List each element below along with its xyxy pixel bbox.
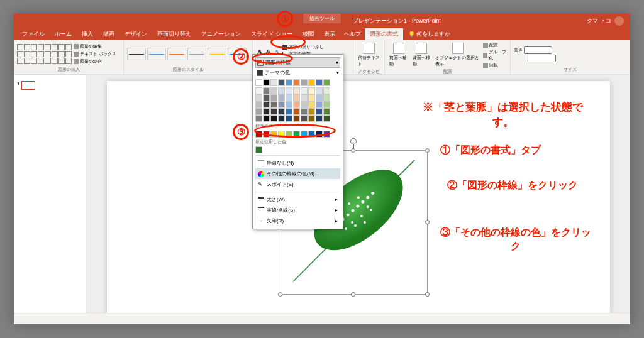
bring-forward-button[interactable]: 前面へ移動 xyxy=(388,41,409,68)
eyedropper-item[interactable]: ✎スポイト(E) xyxy=(255,179,340,190)
tab-insert[interactable]: 挿入 xyxy=(77,28,98,40)
color-swatch[interactable] xyxy=(278,79,285,86)
color-swatch[interactable] xyxy=(263,108,270,115)
merge-shapes-button[interactable]: 図形の結合 xyxy=(74,58,116,65)
tab-help[interactable]: ヘルプ xyxy=(340,28,365,40)
alt-text-button[interactable]: 代替テキスト xyxy=(357,41,381,68)
color-swatch[interactable] xyxy=(286,79,292,86)
selection-pane-button[interactable]: オブジェクトの選択と表示 xyxy=(434,41,481,68)
color-swatch[interactable] xyxy=(263,79,270,86)
dashes-item[interactable]: 実線/点線(S)▸ xyxy=(255,205,340,215)
color-swatch[interactable] xyxy=(293,79,300,86)
color-swatch[interactable] xyxy=(323,79,330,86)
color-swatch[interactable] xyxy=(270,94,277,101)
color-swatch[interactable] xyxy=(278,108,285,115)
color-swatch[interactable] xyxy=(308,87,315,94)
recent-colors-grid xyxy=(255,146,340,153)
tell-me-search[interactable]: 💡何をしますか xyxy=(403,28,455,40)
color-swatch[interactable] xyxy=(278,115,285,122)
color-swatch[interactable] xyxy=(286,87,292,94)
color-swatch[interactable] xyxy=(263,87,270,94)
color-swatch[interactable] xyxy=(316,79,323,86)
color-swatch[interactable] xyxy=(255,79,262,86)
color-swatch[interactable] xyxy=(286,101,292,108)
color-swatch[interactable] xyxy=(255,108,262,115)
color-swatch[interactable] xyxy=(323,108,330,115)
color-swatch[interactable] xyxy=(278,101,285,108)
color-swatch[interactable] xyxy=(301,108,308,115)
color-swatch[interactable] xyxy=(293,108,300,115)
slide-canvas[interactable]: ※「茎と葉脈」は選択した状態です。 ①「図形の書式」タブ ②「図形の枠線」をクリ… xyxy=(107,81,610,313)
color-swatch[interactable] xyxy=(263,101,270,108)
annotation-step2: ②「図形の枠線」をクリック xyxy=(440,178,585,192)
color-swatch[interactable] xyxy=(270,115,277,122)
color-swatch[interactable] xyxy=(270,79,277,86)
tab-design[interactable]: デザイン xyxy=(119,28,152,40)
color-swatch[interactable] xyxy=(308,94,315,101)
color-swatch[interactable] xyxy=(316,94,323,101)
color-swatch[interactable] xyxy=(255,115,262,122)
color-swatch[interactable] xyxy=(301,94,308,101)
shapes-gallery[interactable] xyxy=(17,44,72,64)
color-swatch[interactable] xyxy=(316,108,323,115)
align-button[interactable]: 配置 xyxy=(483,42,507,48)
color-swatch[interactable] xyxy=(255,94,262,101)
weight-item[interactable]: 太さ(W)▸ xyxy=(255,194,340,205)
textbox-button[interactable]: テキスト ボックス xyxy=(74,51,116,57)
shape-styles-gallery[interactable] xyxy=(127,48,247,60)
tab-transitions[interactable]: 画面切り替え xyxy=(152,28,196,40)
color-swatch[interactable] xyxy=(255,146,262,153)
rotate-button[interactable]: 回転 xyxy=(483,62,507,68)
color-swatch[interactable] xyxy=(316,101,323,108)
color-swatch[interactable] xyxy=(323,87,330,94)
edit-shape-button[interactable]: 図形の編集 xyxy=(74,43,116,50)
theme-colors-expand[interactable]: テーマの色▾ xyxy=(255,68,340,77)
group-button[interactable]: グループ化 xyxy=(483,49,507,62)
color-swatch[interactable] xyxy=(255,101,262,108)
send-backward-button[interactable]: 背面へ移動 xyxy=(411,41,433,68)
avatar[interactable] xyxy=(614,16,624,26)
tab-animations[interactable]: アニメーション xyxy=(196,28,246,40)
color-swatch[interactable] xyxy=(293,101,300,108)
color-swatch[interactable] xyxy=(308,108,315,115)
group-label-shape-styles: 図形のスタイル xyxy=(127,67,249,73)
color-swatch[interactable] xyxy=(308,79,315,86)
color-swatch[interactable] xyxy=(293,87,300,94)
color-swatch[interactable] xyxy=(308,115,315,122)
height-input[interactable]: 高さ xyxy=(514,46,556,54)
color-swatch[interactable] xyxy=(301,115,308,122)
color-swatch[interactable] xyxy=(270,87,277,94)
color-swatch[interactable] xyxy=(286,94,292,101)
color-swatch[interactable] xyxy=(255,87,262,94)
color-swatch[interactable] xyxy=(270,108,277,115)
color-swatch[interactable] xyxy=(286,115,292,122)
color-swatch[interactable] xyxy=(316,87,323,94)
color-swatch[interactable] xyxy=(301,87,308,94)
color-swatch[interactable] xyxy=(316,115,323,122)
color-swatch[interactable] xyxy=(301,79,308,86)
tab-shape-format[interactable]: 図形の書式 xyxy=(365,28,403,40)
color-swatch[interactable] xyxy=(270,101,277,108)
color-swatch[interactable] xyxy=(286,108,292,115)
no-outline-item[interactable]: 枠線なし(N) xyxy=(255,158,340,168)
color-swatch[interactable] xyxy=(301,101,308,108)
color-swatch[interactable] xyxy=(263,94,270,101)
color-swatch[interactable] xyxy=(323,101,330,108)
rotate-handle[interactable] xyxy=(350,138,357,144)
color-swatch[interactable] xyxy=(308,101,315,108)
width-input[interactable] xyxy=(514,55,556,62)
tab-home[interactable]: ホーム xyxy=(50,28,77,40)
color-swatch[interactable] xyxy=(323,94,330,101)
tab-draw[interactable]: 描画 xyxy=(98,28,119,40)
color-swatch[interactable] xyxy=(293,94,300,101)
more-outline-colors-item[interactable]: その他の枠線の色(M)... xyxy=(255,168,340,179)
tab-view[interactable]: 表示 xyxy=(319,28,340,40)
color-swatch[interactable] xyxy=(323,115,330,122)
tab-file[interactable]: ファイル xyxy=(17,28,50,40)
arrows-item[interactable]: →矢印(R)▸ xyxy=(255,215,340,226)
color-swatch[interactable] xyxy=(263,115,270,122)
slide-thumbnail-1[interactable]: 1 xyxy=(17,81,82,90)
color-swatch[interactable] xyxy=(278,87,285,94)
color-swatch[interactable] xyxy=(293,115,300,122)
color-swatch[interactable] xyxy=(278,94,285,101)
